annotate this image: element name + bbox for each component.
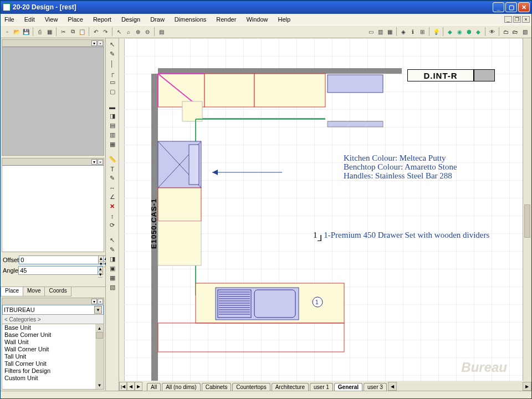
new-icon[interactable]: ▫: [3, 27, 12, 36]
view3d-icon[interactable]: ◈: [399, 27, 408, 36]
rotate-icon[interactable]: ⟳: [108, 221, 117, 229]
panel-menu[interactable]: ▾: [91, 299, 97, 304]
mdi-minimize[interactable]: _: [504, 16, 512, 23]
tab-countertops[interactable]: Countertops: [232, 383, 270, 391]
categories-bar[interactable]: < Categories >: [2, 315, 104, 324]
shape1-icon[interactable]: ◆: [446, 27, 454, 36]
pen-icon[interactable]: ✎: [108, 245, 117, 254]
menu-place[interactable]: Place: [65, 15, 85, 24]
select-icon[interactable]: ↖: [115, 27, 124, 36]
open-icon[interactable]: 📂: [12, 27, 21, 36]
tab-general[interactable]: General: [334, 383, 362, 391]
wall-icon[interactable]: ▬: [108, 103, 117, 111]
menu-file[interactable]: File: [2, 15, 17, 24]
group-icon[interactable]: ▦: [108, 274, 117, 282]
zoom-out-icon[interactable]: ⊖: [143, 27, 152, 36]
list-item[interactable]: Tall Unit: [2, 353, 104, 360]
select2-icon[interactable]: ↖: [108, 236, 117, 244]
tab-scroll-prev[interactable]: ◀: [127, 382, 135, 391]
angle-spinner[interactable]: ▲▼: [98, 266, 103, 275]
square-icon[interactable]: ▢: [108, 88, 117, 96]
list-item[interactable]: Tall Corner Unit: [2, 360, 104, 367]
angle-input[interactable]: [18, 266, 98, 275]
tool-icon[interactable]: ▧: [520, 27, 529, 36]
tab-place[interactable]: Place: [1, 287, 23, 296]
redo-icon[interactable]: ↷: [101, 27, 110, 36]
menu-view[interactable]: View: [43, 15, 60, 24]
paste-icon[interactable]: 📋: [78, 27, 86, 36]
print-icon[interactable]: ⎙: [35, 27, 44, 36]
light-icon[interactable]: 💡: [432, 27, 441, 36]
shape2-icon[interactable]: ◉: [455, 27, 464, 36]
shape3-icon[interactable]: ⬢: [464, 27, 473, 36]
list-scrollbar[interactable]: ▲▼: [95, 324, 104, 389]
hscroll-left[interactable]: ◀: [388, 382, 397, 391]
menu-report[interactable]: Report: [91, 15, 114, 24]
zoom-fit-icon[interactable]: ⌕: [124, 27, 133, 36]
tab-move[interactable]: Move: [23, 287, 45, 296]
measure-icon[interactable]: 📏: [108, 155, 117, 163]
maximize-button[interactable]: ▢: [505, 2, 517, 12]
dim-icon[interactable]: ↔: [108, 183, 117, 192]
zoom-in-icon[interactable]: ⊕: [134, 27, 142, 36]
folder2-icon[interactable]: 🗁: [511, 27, 520, 36]
panel-menu[interactable]: ▾: [91, 159, 97, 165]
list-item[interactable]: Custom Unit: [2, 375, 104, 382]
panel-close[interactable]: ×: [98, 299, 103, 304]
eye-icon[interactable]: 👁: [488, 27, 497, 36]
hline-icon[interactable]: ┌: [108, 69, 117, 77]
menu-edit[interactable]: Edit: [22, 15, 37, 24]
mdi-close[interactable]: ×: [522, 16, 530, 23]
drawing-canvas[interactable]: 1 D.INT-R Kitchen Colour: Melteca Putty …: [119, 38, 523, 391]
eraser-icon[interactable]: ◨: [108, 255, 117, 263]
move-icon[interactable]: ↕: [108, 212, 117, 220]
preview-icon[interactable]: ▦: [45, 27, 54, 36]
window-icon[interactable]: ▭: [366, 27, 375, 36]
catalog-combo[interactable]: ITBUREAU ▼: [2, 305, 104, 315]
dim-icon[interactable]: ⊞: [418, 27, 427, 36]
door-icon[interactable]: ◨: [108, 112, 117, 120]
menu-window[interactable]: Window: [244, 15, 270, 24]
text-icon[interactable]: T: [108, 165, 117, 173]
window-icon[interactable]: ▤: [108, 121, 117, 130]
tab-cabinets[interactable]: Cabinets: [202, 383, 231, 391]
panel-close[interactable]: ×: [98, 159, 103, 165]
panel-menu[interactable]: ▾: [91, 40, 97, 46]
canvas-scrollbar-h[interactable]: ◀ ▶: [388, 382, 531, 391]
tab-user3[interactable]: user 3: [364, 383, 387, 391]
menu-dimensions[interactable]: Dimensions: [172, 15, 208, 24]
menu-render[interactable]: Render: [214, 15, 238, 24]
tab-user1[interactable]: user 1: [310, 383, 333, 391]
tab-scroll-first[interactable]: |◀: [119, 382, 127, 391]
cabinet-icon[interactable]: ▥: [108, 131, 117, 139]
catalog-list[interactable]: Base Unit Base Corner Unit Wall Unit Wal…: [2, 324, 104, 389]
tile-icon[interactable]: ▥: [376, 27, 385, 36]
appliance-icon[interactable]: ▦: [108, 140, 117, 149]
menu-design[interactable]: Design: [119, 15, 142, 24]
hscroll-right[interactable]: ▶: [523, 382, 531, 391]
mdi-restore[interactable]: ❐: [513, 16, 521, 23]
fill-icon[interactable]: ▣: [108, 264, 117, 273]
pointer-icon[interactable]: ↖: [108, 40, 117, 49]
shape4-icon[interactable]: ◆: [474, 27, 483, 36]
copy-icon[interactable]: ⧉: [68, 27, 77, 36]
canvas-scrollbar-v[interactable]: [523, 38, 531, 391]
panel-close[interactable]: ×: [98, 40, 103, 46]
tab-coords[interactable]: Coords: [44, 287, 71, 296]
delete-icon[interactable]: ✕: [108, 202, 117, 211]
close-button[interactable]: ✕: [518, 2, 530, 12]
rect-icon[interactable]: ▭: [108, 78, 117, 86]
save-icon[interactable]: 💾: [22, 27, 30, 36]
list-item[interactable]: Wall Corner Unit: [2, 346, 104, 353]
tab-scroll-next[interactable]: ▶: [135, 382, 142, 391]
folder-icon[interactable]: 🗀: [502, 27, 510, 36]
list-item[interactable]: Filters for Design: [2, 367, 104, 375]
minimize-button[interactable]: _: [493, 2, 504, 12]
list-item[interactable]: Base Unit: [2, 324, 104, 331]
angle-icon[interactable]: ∠: [108, 193, 117, 201]
tab-architecture[interactable]: Architecture: [272, 383, 309, 391]
note-icon[interactable]: ✎: [108, 174, 117, 182]
menu-draw[interactable]: Draw: [148, 15, 167, 24]
tab-all-nodims[interactable]: All (no dims): [162, 383, 201, 391]
cut-icon[interactable]: ✂: [59, 27, 68, 36]
